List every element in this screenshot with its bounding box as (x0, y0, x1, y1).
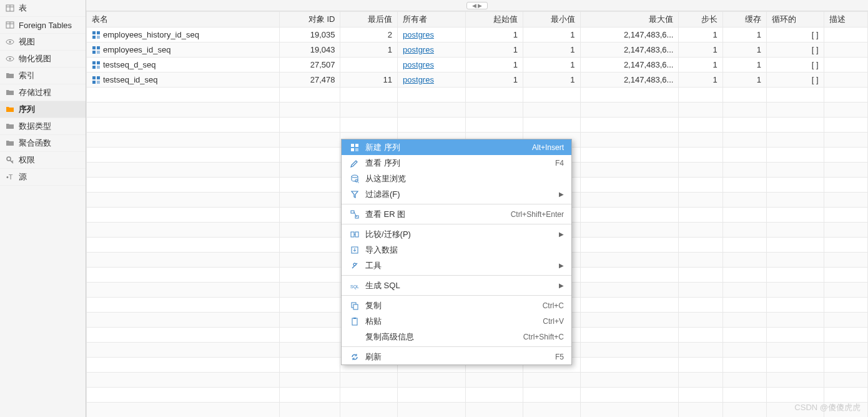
svg-rect-22 (92, 61, 96, 64)
menu-item[interactable]: 导入数据 (342, 242, 571, 258)
cell-name: employees_history_id_seq (87, 28, 280, 43)
svg-rect-14 (92, 31, 96, 34)
filter-icon (349, 189, 360, 200)
table-row[interactable]: testseq_id_seq 27,478 11 postgres 1 1 2,… (87, 73, 868, 88)
svg-rect-26 (92, 76, 96, 79)
sidebar-item-0[interactable]: 表 (0, 0, 86, 17)
menu-item[interactable]: 过滤器(F) ▶ (342, 186, 571, 202)
svg-point-9 (9, 58, 11, 60)
cell-start: 1 (466, 73, 523, 88)
menu-item[interactable]: 粘贴 Ctrl+V (342, 313, 571, 329)
cell-start: 1 (466, 28, 523, 43)
sidebar-item-1[interactable]: Foreign Tables (0, 17, 86, 34)
column-header[interactable]: 所有者 (398, 12, 466, 28)
refresh-icon (349, 351, 360, 363)
sidebar-item-label: 序列 (19, 104, 35, 115)
table-row[interactable]: employees_id_seq 19,043 1 postgres 1 1 2… (87, 43, 868, 58)
cell-name: testseq_d_seq (87, 58, 280, 73)
menu-item[interactable]: 新建 序列 Alt+Insert (342, 139, 571, 155)
text-icon: •T (5, 172, 15, 182)
submenu-arrow-icon: ▶ (559, 282, 564, 289)
column-header[interactable]: 表名 (87, 12, 280, 28)
cell-start: 1 (466, 43, 523, 58)
svg-rect-41 (355, 232, 358, 237)
cell-owner[interactable]: postgres (398, 58, 466, 73)
menu-item[interactable]: 查看 序列 F4 (342, 155, 571, 171)
menu-item-label: 查看 ER 图 (365, 209, 511, 220)
column-header[interactable]: 最大值 (580, 12, 679, 28)
svg-point-7 (9, 41, 11, 43)
copy-icon (349, 300, 360, 311)
sequence-icon (349, 142, 360, 153)
db-browse-icon (349, 173, 360, 184)
cell-object-id: 19,043 (279, 43, 340, 58)
column-header[interactable]: 描述 (824, 12, 867, 28)
sidebar-item-4[interactable]: 索引 (0, 68, 86, 84)
cell-last-value (340, 58, 398, 73)
paste-icon (349, 316, 360, 327)
column-header[interactable]: 步长 (679, 12, 723, 28)
column-header[interactable]: 对象 ID (279, 12, 340, 28)
blank-icon (349, 331, 360, 343)
sidebar-item-10[interactable]: •T源 (0, 169, 86, 186)
column-header[interactable]: 缓存 (723, 12, 766, 28)
sidebar-item-6[interactable]: 序列 (0, 101, 86, 118)
menu-separator (342, 346, 571, 347)
table-row-empty (87, 388, 868, 403)
menu-item-label: 刷新 (365, 351, 555, 363)
sidebar-item-9[interactable]: 权限 (0, 152, 86, 169)
svg-rect-30 (351, 144, 354, 147)
sidebar-item-2[interactable]: 视图 (0, 34, 86, 51)
menu-item[interactable]: 查看 ER 图 Ctrl+Shift+Enter (342, 206, 571, 222)
sidebar-item-7[interactable]: 数据类型 (0, 118, 86, 135)
context-menu: 新建 序列 Alt+Insert 查看 序列 F4 从这里浏览 过滤器(F) ▶… (341, 139, 572, 365)
toolbar: ◀ ▶ (86, 0, 868, 11)
menu-item-shortcut: F5 (555, 353, 564, 361)
table-row[interactable]: testseq_d_seq 27,507 postgres 1 1 2,147,… (87, 58, 868, 73)
cell-min: 1 (523, 28, 581, 43)
menu-item[interactable]: 复制 Ctrl+C (342, 298, 571, 313)
sidebar-item-5[interactable]: 存储过程 (0, 84, 86, 101)
cell-last-value: 2 (340, 28, 398, 43)
menu-item-label: 查看 序列 (365, 158, 555, 169)
menu-item[interactable]: 刷新 F5 (342, 349, 571, 364)
menu-item[interactable]: SQL 生成 SQL ▶ (342, 278, 571, 293)
menu-item-label: 从这里浏览 (365, 173, 564, 184)
svg-rect-27 (97, 76, 100, 79)
menu-item[interactable]: 复制高级信息 Ctrl+Shift+C (342, 329, 571, 344)
menu-item[interactable]: 比较/迁移(P) ▶ (342, 226, 571, 242)
svg-rect-31 (355, 144, 358, 147)
svg-rect-29 (97, 81, 100, 84)
table-row-empty (87, 373, 868, 388)
panel-toggle[interactable]: ◀ ▶ (466, 2, 488, 9)
cell-name: employees_id_seq (87, 43, 280, 58)
menu-item[interactable]: 从这里浏览 (342, 171, 571, 186)
column-header[interactable]: 循环的 (767, 12, 824, 28)
cell-owner[interactable]: postgres (398, 43, 466, 58)
cell-step: 1 (679, 73, 723, 88)
sidebar-item-8[interactable]: 聚合函数 (0, 135, 86, 152)
cell-min: 1 (523, 73, 581, 88)
sidebar-item-3[interactable]: 物化视图 (0, 51, 86, 68)
menu-item-label: 导入数据 (365, 244, 564, 256)
sidebar-item-label: Foreign Tables (19, 21, 72, 30)
table-row-empty (87, 88, 868, 103)
view-icon (5, 37, 15, 47)
cell-last-value: 1 (340, 43, 398, 58)
svg-rect-28 (92, 81, 96, 84)
sidebar-item-label: 聚合函数 (19, 138, 51, 149)
table-icon (5, 3, 15, 13)
table-row[interactable]: employees_history_id_seq 19,035 2 postgr… (87, 28, 868, 43)
sidebar-item-label: 索引 (19, 70, 35, 81)
cell-owner[interactable]: postgres (398, 73, 466, 88)
column-header[interactable]: 最后值 (340, 12, 398, 28)
table-row-empty (87, 403, 868, 418)
svg-rect-24 (92, 66, 96, 69)
svg-rect-46 (353, 304, 358, 309)
menu-item[interactable]: 工具 ▶ (342, 258, 571, 273)
sidebar-item-label: 视图 (19, 36, 35, 48)
column-header[interactable]: 最小值 (523, 12, 581, 28)
column-header[interactable]: 起始值 (466, 12, 523, 28)
svg-line-36 (358, 182, 359, 183)
cell-owner[interactable]: postgres (398, 28, 466, 43)
